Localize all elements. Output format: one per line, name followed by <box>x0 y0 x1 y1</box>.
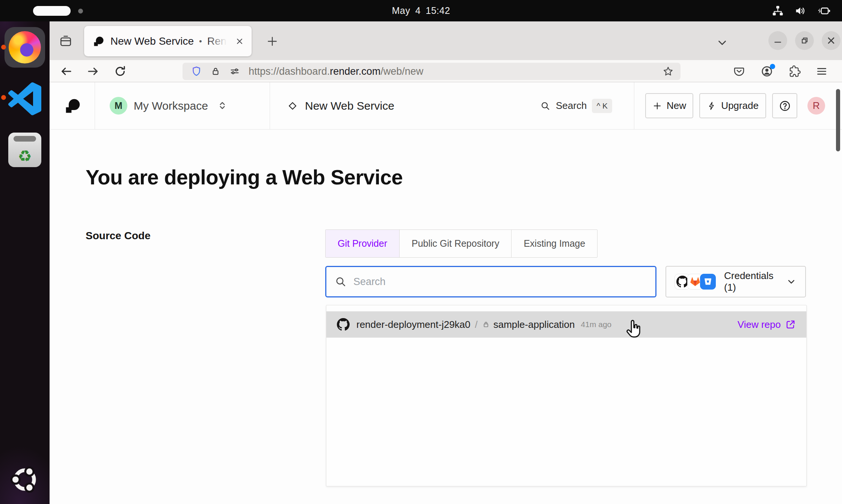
extensions-button[interactable] <box>786 63 803 80</box>
url-bar[interactable]: https://dashboard.render.com/web/new <box>183 63 681 80</box>
workspace-caret-icon[interactable] <box>216 100 228 112</box>
dock-trash-item[interactable]: ♻ <box>5 130 45 170</box>
firefox-icon <box>9 31 41 63</box>
trash-lid <box>14 136 36 142</box>
plus-icon <box>652 101 662 111</box>
repo-separator: / <box>475 319 478 330</box>
repo-search-input[interactable] <box>353 276 647 288</box>
desktop: May 4 15:42 <box>0 0 842 504</box>
header-divider <box>270 82 270 129</box>
lock-icon[interactable] <box>210 66 221 77</box>
user-avatar[interactable]: R <box>807 97 825 115</box>
tab-close-icon[interactable] <box>235 37 244 46</box>
dock: ♻ <box>0 21 50 504</box>
render-favicon <box>93 36 104 47</box>
render-logo-icon[interactable] <box>65 98 81 114</box>
plus-icon <box>266 35 278 47</box>
tab-existing-image[interactable]: Existing Image <box>512 230 597 257</box>
account-button[interactable] <box>759 63 775 80</box>
web-service-diamond-icon <box>287 100 298 112</box>
restore-icon <box>800 36 809 45</box>
system-top-bar: May 4 15:42 <box>0 0 842 21</box>
recycle-icon: ♻ <box>18 148 32 164</box>
workspace-indicator-dot[interactable] <box>78 9 83 14</box>
render-app-header: M My Workspace New Web Service Search ^ … <box>50 82 842 130</box>
repo-updated: 41m ago <box>581 320 738 329</box>
firefox-view-button[interactable] <box>57 33 74 50</box>
source-code-label: Source Code <box>86 230 151 242</box>
repo-list: render-deployment-j29ka0 / sample-applic… <box>326 305 807 486</box>
external-link-icon <box>785 319 796 330</box>
puzzle-icon <box>789 65 801 77</box>
github-icon <box>337 318 350 331</box>
url-text[interactable]: https://dashboard.render.com/web/new <box>249 66 662 77</box>
back-button[interactable] <box>58 63 74 80</box>
private-lock-icon <box>482 321 490 328</box>
hamburger-icon <box>816 65 828 77</box>
upgrade-button[interactable]: Upgrade <box>699 93 766 118</box>
mouse-cursor <box>625 319 644 340</box>
minimize-icon <box>773 36 783 45</box>
chevron-down-icon <box>786 276 797 287</box>
trash-icon: ♻ <box>8 133 41 167</box>
pocket-icon <box>733 65 745 77</box>
workspace-indicator-pill[interactable] <box>33 6 71 16</box>
system-clock[interactable]: May 4 15:42 <box>0 0 842 21</box>
permissions-icon[interactable] <box>229 66 240 77</box>
window-close-button[interactable] <box>822 31 840 50</box>
tab-git-provider[interactable]: Git Provider <box>326 230 400 257</box>
window-minimize-button[interactable] <box>768 31 787 50</box>
search-icon <box>540 101 551 111</box>
repo-name: sample-application <box>493 319 575 330</box>
window-maximize-button[interactable] <box>795 31 814 50</box>
header-divider <box>95 82 95 129</box>
bookmark-star-icon[interactable] <box>662 66 674 77</box>
workspace-selector[interactable]: My Workspace <box>134 82 208 129</box>
reload-button[interactable] <box>112 63 128 80</box>
source-tabs: Git Provider Public Git Repository Exist… <box>325 229 598 258</box>
page-scrollbar-thumb[interactable] <box>836 89 840 151</box>
global-search-button[interactable]: Search ^ K <box>540 82 612 129</box>
network-icon <box>771 5 784 17</box>
credentials-dropdown[interactable]: Credentials (1) <box>665 266 806 297</box>
view-repo-link[interactable]: View repo <box>738 319 796 330</box>
tracking-shield-icon[interactable] <box>191 66 202 77</box>
firefox-running-dot <box>1 45 6 50</box>
vscode-icon <box>8 82 41 115</box>
menu-button[interactable] <box>813 63 830 80</box>
dock-vscode-item[interactable] <box>5 78 45 119</box>
new-tab-button[interactable] <box>264 33 281 50</box>
forward-arrow-icon <box>86 65 100 78</box>
system-tray[interactable] <box>771 0 831 21</box>
dock-firefox-item[interactable] <box>5 27 45 68</box>
firefox-view-icon <box>59 35 72 48</box>
repo-owner: render-deployment-j29ka0 <box>356 319 471 330</box>
search-label: Search <box>556 100 587 112</box>
header-divider <box>634 82 634 129</box>
search-icon <box>335 276 347 288</box>
vscode-running-dot <box>1 95 6 100</box>
new-button[interactable]: New <box>645 93 693 118</box>
browser-tab-strip: New Web Service • Rend <box>50 21 842 60</box>
question-icon <box>779 100 791 112</box>
help-button[interactable] <box>772 93 797 118</box>
pocket-button[interactable] <box>731 63 747 80</box>
browser-tab-active[interactable]: New Web Service • Rend <box>84 26 252 56</box>
repo-search-box[interactable] <box>325 266 656 297</box>
tab-title-fade <box>206 29 232 53</box>
dock-show-apps-item[interactable] <box>5 459 45 500</box>
battery-charging-icon <box>816 5 831 17</box>
workspace-avatar[interactable]: M <box>110 97 127 115</box>
tab-public-git-repository[interactable]: Public Git Repository <box>400 230 512 257</box>
credentials-label: Credentials (1) <box>724 270 786 293</box>
repo-row[interactable]: render-deployment-j29ka0 / sample-applic… <box>326 311 806 338</box>
lightning-icon <box>707 101 717 111</box>
page-heading: You are deploying a Web Service <box>86 165 403 189</box>
search-shortcut-badge: ^ K <box>592 99 612 113</box>
list-all-tabs-button[interactable] <box>714 34 731 51</box>
volume-icon <box>794 5 807 17</box>
close-icon <box>826 35 836 46</box>
breadcrumb-page-title: New Web Service <box>305 82 394 129</box>
forward-button[interactable] <box>85 63 101 80</box>
bitbucket-icon <box>700 274 716 290</box>
